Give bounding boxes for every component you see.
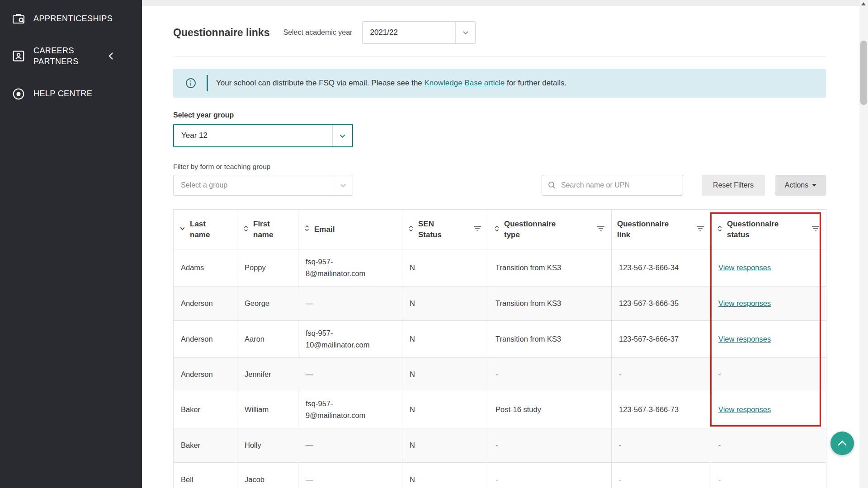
cell-questionnaire-type: Transition from KS3 [488, 249, 612, 286]
col-header-questionnaire-type[interactable]: Questionnaire type [488, 210, 612, 249]
table-row: Adams Poppy fsq-957-8@mailinator.com N T… [174, 249, 826, 286]
cell-email: fsq-957-9@mailinator.com [298, 391, 402, 428]
cell-sen-status: N [402, 286, 488, 321]
cell-email: — [298, 463, 402, 488]
column-label: Questionnaire status [727, 219, 781, 240]
cell-last-name: Baker [174, 391, 237, 428]
academic-year-select[interactable]: 2021/22 [362, 21, 476, 44]
actions-button[interactable]: Actions [775, 175, 826, 196]
view-responses-link[interactable]: View responses [718, 335, 771, 343]
cell-questionnaire-link: - [612, 428, 711, 463]
sidebar-item-apprenticeships[interactable]: APPRENTICESHIPS [0, 5, 142, 33]
reset-filters-button[interactable]: Reset Filters [702, 175, 765, 196]
group-filter-select[interactable]: Select a group [173, 175, 353, 196]
year-group-select[interactable]: Year 12 [173, 124, 353, 147]
column-label: Email [314, 224, 335, 235]
cell-questionnaire-link: - [612, 358, 711, 391]
table-row: Anderson Jennifer — N - - - [174, 358, 826, 391]
cell-last-name: Baker [174, 428, 237, 463]
divider [173, 56, 826, 56]
sort-icon[interactable] [717, 225, 723, 234]
table-wrap: Last name First name [173, 209, 826, 488]
col-header-last-name[interactable]: Last name [174, 210, 237, 249]
view-responses-link[interactable]: View responses [718, 299, 771, 307]
cell-questionnaire-link: 123-567-3-666-37 [612, 321, 711, 358]
chevron-down-icon [455, 22, 475, 43]
sidebar-item-careers-partners[interactable]: CAREERS PARTNERS [0, 38, 142, 75]
sort-icon[interactable] [304, 225, 310, 234]
cell-first-name: William [237, 391, 298, 428]
cell-first-name: Jennifer [237, 358, 298, 391]
scrollbar-thumb[interactable] [860, 41, 867, 105]
col-header-questionnaire-link[interactable]: Questionnaire link [612, 210, 711, 249]
cell-sen-status: N [402, 428, 488, 463]
table-row: Baker Holly — N - - - [174, 428, 826, 463]
cell-questionnaire-type: Transition from KS3 [488, 321, 612, 358]
cell-questionnaire-status: - [711, 428, 826, 463]
life-ring-icon [12, 87, 25, 101]
cell-questionnaire-link: 123-567-3-666-34 [612, 249, 711, 286]
cell-email: — [298, 428, 402, 463]
search-input[interactable] [542, 175, 683, 196]
sidebar-item-label: HELP CENTRE [33, 88, 92, 99]
cell-questionnaire-link: 123-567-3-666-35 [612, 286, 711, 321]
scrollbar-track [859, 0, 868, 488]
cell-last-name: Adams [174, 249, 237, 286]
banner-separator [207, 75, 208, 91]
sort-desc-icon[interactable] [179, 225, 186, 234]
caret-down-icon [812, 184, 816, 187]
chevron-up-icon [837, 440, 847, 446]
id-card-icon [12, 49, 25, 63]
sidebar-item-label: CAREERS PARTNERS [33, 45, 101, 67]
cell-first-name: Jacob [237, 463, 298, 488]
cell-sen-status: N [402, 391, 488, 428]
col-header-email[interactable]: Email [298, 210, 402, 249]
filter-icon[interactable] [597, 225, 605, 234]
page-top-strip [142, 0, 868, 6]
chevron-down-icon [333, 175, 353, 195]
cell-first-name: George [237, 286, 298, 321]
questionnaire-table: Last name First name [173, 209, 826, 488]
chevron-left-icon[interactable] [108, 52, 115, 61]
year-group-value: Year 12 [174, 125, 332, 146]
cell-questionnaire-status: - [711, 463, 826, 488]
column-label: Last name [190, 219, 213, 240]
column-label: Questionnaire link [617, 219, 671, 240]
knowledge-base-link[interactable]: Knowledge Base article [425, 79, 505, 87]
view-responses-link[interactable]: View responses [718, 263, 771, 272]
filter-icon[interactable] [811, 225, 820, 234]
table-row: Anderson Aaron fsq-957-10@mailinator.com… [174, 321, 826, 358]
column-label: Questionnaire type [504, 219, 558, 240]
col-header-sen-status[interactable]: SEN Status [402, 210, 488, 249]
banner-text-before: Your school can distribute the FSQ via e… [216, 79, 425, 87]
filter-icon[interactable] [696, 225, 704, 234]
sort-icon[interactable] [494, 225, 500, 234]
cell-questionnaire-status: View responses [711, 249, 826, 286]
sort-icon[interactable] [243, 225, 249, 234]
cell-questionnaire-type: - [488, 463, 612, 488]
col-header-questionnaire-status[interactable]: Questionnaire status [711, 210, 826, 249]
scroll-to-top-button[interactable] [830, 432, 854, 455]
banner-text: Your school can distribute the FSQ via e… [216, 79, 566, 88]
actions-button-label: Actions [785, 181, 808, 189]
info-banner: Your school can distribute the FSQ via e… [173, 69, 826, 98]
filter-icon[interactable] [473, 225, 481, 234]
sidebar-item-help-centre[interactable]: HELP CENTRE [0, 80, 142, 108]
sort-icon[interactable] [408, 225, 414, 234]
view-responses-link[interactable]: View responses [718, 405, 771, 413]
banner-text-after: for further details. [505, 79, 566, 87]
cell-questionnaire-link: - [612, 463, 711, 488]
page-title: Questionnaire links [173, 27, 269, 39]
cell-questionnaire-type: - [488, 358, 612, 391]
group-filter-label: Filter by form or teaching group [173, 163, 353, 171]
cell-last-name: Bell [174, 463, 237, 488]
scrollbar-up-arrow[interactable] [861, 2, 866, 5]
col-header-first-name[interactable]: First name [237, 210, 298, 249]
cell-sen-status: N [402, 249, 488, 286]
cell-last-name: Anderson [174, 358, 237, 391]
cell-email: — [298, 358, 402, 391]
cell-sen-status: N [402, 463, 488, 488]
cell-last-name: Anderson [174, 286, 237, 321]
search-icon [547, 181, 557, 190]
cell-questionnaire-status: - [711, 358, 826, 391]
